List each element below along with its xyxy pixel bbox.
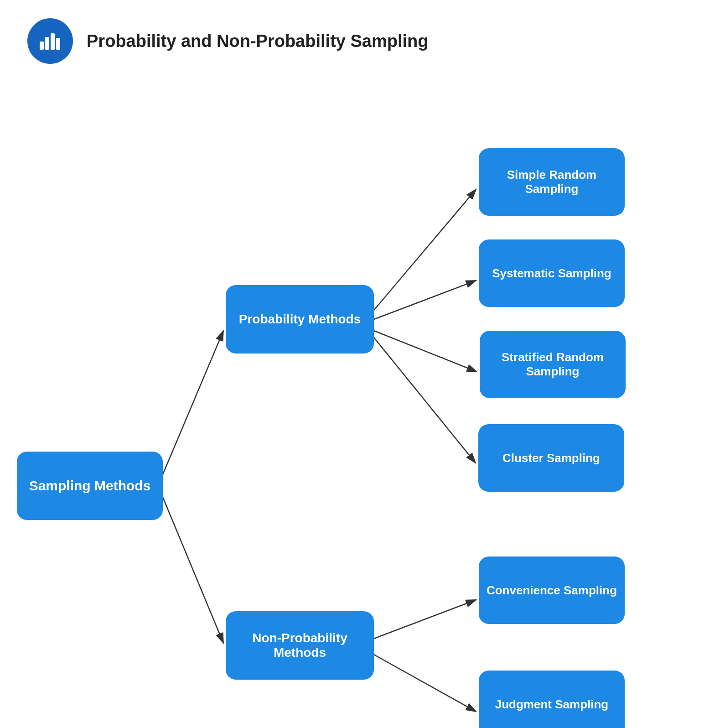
header: Probability and Non-Probability Sampling (0, 0, 725, 73)
bar-chart-icon (38, 29, 62, 53)
svg-line-12 (374, 655, 476, 712)
svg-rect-1 (45, 37, 49, 50)
node-judgment: Judgment Sampling (479, 671, 625, 728)
logo-circle (27, 18, 73, 64)
non-probability-label: Non-Probability Methods (226, 631, 374, 660)
node-convenience: Convenience Sampling (479, 556, 625, 624)
convenience-label: Convenience Sampling (487, 583, 617, 598)
node-stratified: Stratified Random Sampling (480, 331, 626, 398)
judgment-label: Judgment Sampling (495, 697, 608, 712)
svg-rect-0 (40, 42, 44, 50)
svg-line-5 (163, 331, 223, 474)
svg-line-11 (374, 600, 476, 639)
svg-line-7 (374, 189, 476, 310)
node-cluster: Cluster Sampling (478, 424, 624, 492)
svg-line-8 (374, 281, 476, 319)
node-non-probability: Non-Probability Methods (226, 611, 374, 680)
cluster-label: Cluster Sampling (502, 451, 600, 465)
svg-line-9 (374, 331, 477, 372)
stratified-label: Stratified Random Sampling (480, 350, 626, 379)
svg-line-6 (163, 497, 223, 643)
node-probability: Probability Methods (226, 285, 374, 354)
diagram-area: Sampling Methods Probability Methods Non… (0, 78, 725, 728)
svg-line-10 (374, 338, 476, 463)
probability-label: Probability Methods (239, 312, 361, 327)
sampling-methods-label: Sampling Methods (29, 478, 151, 494)
svg-rect-3 (56, 38, 60, 50)
node-systematic: Systematic Sampling (479, 239, 625, 307)
node-sampling-methods: Sampling Methods (17, 452, 163, 520)
node-simple-random: Simple Random Sampling (479, 148, 625, 216)
page-title: Probability and Non-Probability Sampling (87, 31, 429, 51)
simple-random-label: Simple Random Sampling (479, 168, 625, 196)
systematic-label: Systematic Sampling (492, 266, 611, 281)
svg-rect-2 (51, 33, 55, 50)
